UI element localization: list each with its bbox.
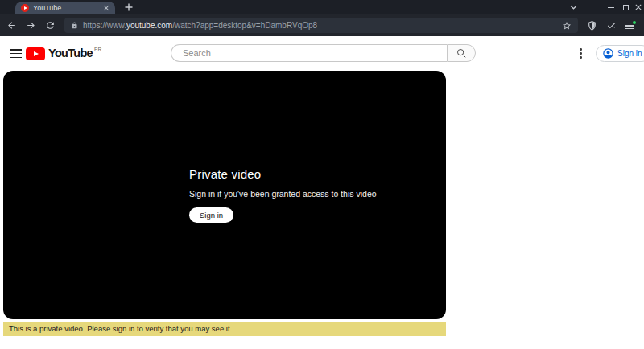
window-controls	[567, 0, 644, 14]
more-options-kebab-icon[interactable]	[580, 48, 582, 60]
extension-check-icon[interactable]	[606, 20, 617, 31]
window-close-button[interactable]	[633, 0, 644, 14]
window-maximize-button[interactable]	[618, 0, 633, 14]
search-button[interactable]	[447, 44, 476, 62]
youtube-logo-text: YouTube	[48, 47, 93, 60]
private-video-subtitle: Sign in if you've been granted access to…	[189, 189, 377, 199]
browser-toolbar: https://www.youtube.com/watch?app=deskto…	[0, 14, 644, 36]
browser-menu-icon[interactable]	[625, 21, 636, 31]
guide-hamburger-icon[interactable]	[10, 49, 22, 61]
forward-icon[interactable]	[26, 20, 36, 31]
tab-title: YouTube	[33, 4, 99, 12]
account-icon	[602, 47, 614, 60]
video-player: Private video Sign in if you've been gra…	[3, 71, 446, 319]
masthead-sign-in-button[interactable]: Sign in	[596, 45, 644, 62]
lock-icon[interactable]	[71, 21, 78, 30]
window-minimize-button[interactable]	[604, 0, 618, 14]
search-input[interactable]	[171, 44, 447, 62]
page-content: Private video Sign in if you've been gra…	[0, 71, 644, 349]
browser-tab-strip: YouTube	[0, 0, 644, 14]
search-bar	[171, 44, 476, 62]
browser-tab-youtube[interactable]: YouTube	[15, 2, 115, 14]
player-sign-in-button[interactable]: Sign in	[189, 207, 233, 223]
tab-search-chevron-icon[interactable]	[567, 5, 580, 10]
search-icon	[456, 47, 467, 59]
youtube-favicon-icon	[21, 4, 29, 12]
youtube-logo[interactable]: YouTube FR	[26, 47, 102, 60]
privacy-shield-icon[interactable]	[587, 20, 597, 31]
update-dot-badge	[633, 21, 637, 25]
url-text: https://www.youtube.com/watch?app=deskto…	[83, 21, 317, 30]
sign-in-label: Sign in	[617, 49, 642, 58]
new-tab-button[interactable]	[125, 3, 133, 11]
tab-close-icon[interactable]	[103, 5, 109, 11]
reload-icon[interactable]	[45, 20, 56, 31]
private-video-title: Private video	[189, 167, 377, 181]
private-video-message: Private video Sign in if you've been gra…	[189, 167, 377, 223]
bookmark-star-icon[interactable]	[562, 21, 572, 31]
address-bar[interactable]: https://www.youtube.com/watch?app=deskto…	[64, 18, 578, 33]
country-code-badge: FR	[94, 47, 102, 52]
youtube-masthead: YouTube FR Sign in	[0, 36, 644, 71]
private-video-banner: This is a private video. Please sign in …	[3, 322, 446, 336]
youtube-play-icon	[26, 47, 45, 60]
back-icon[interactable]	[6, 20, 17, 31]
